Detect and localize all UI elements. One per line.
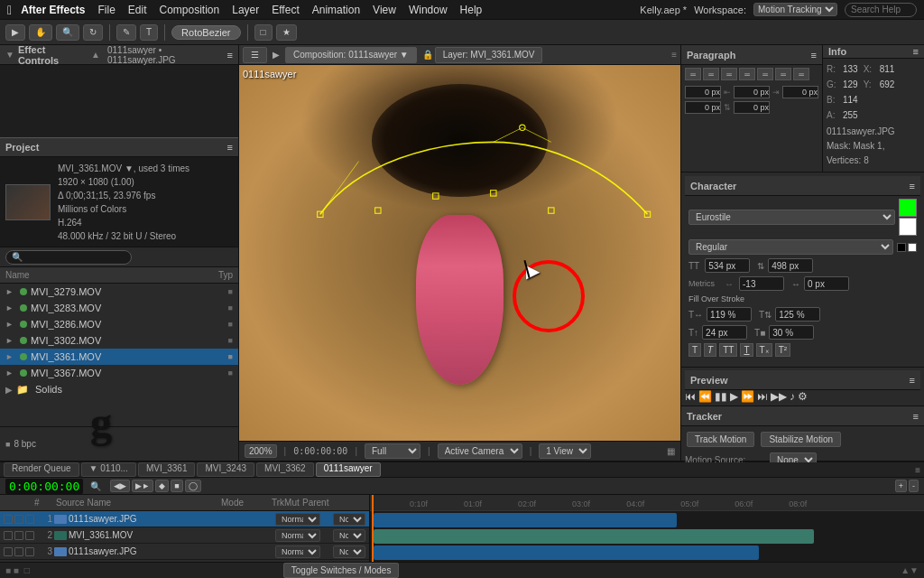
preview-menu[interactable]: ≡ <box>910 375 915 386</box>
tt-btn[interactable]: TT <box>719 343 737 357</box>
track-bar-2[interactable] <box>374 529 814 544</box>
preview-audio-btn[interactable]: ♪ <box>790 390 795 403</box>
playhead[interactable] <box>372 495 374 562</box>
stabilize-motion-btn[interactable]: Stabilize Motion <box>761 432 841 447</box>
comp-0110-tab[interactable]: ▼ 0110... <box>81 462 136 477</box>
layer-visibility-2[interactable] <box>4 531 13 540</box>
file-item-mvi3302[interactable]: ► MVI_3302.MOV ■ <box>0 332 238 349</box>
no-fill-swatch[interactable] <box>897 243 906 252</box>
scale-v-input[interactable] <box>775 307 820 322</box>
align-right-btn[interactable]: ═ <box>721 68 737 80</box>
info-menu[interactable]: ≡ <box>913 46 919 57</box>
0111sawyer-tab[interactable]: 0111sawyer <box>316 462 381 477</box>
tool-zoom[interactable]: 🔍 <box>56 24 79 41</box>
tool-text[interactable]: T <box>140 24 158 41</box>
layer-row-2[interactable]: 2 MVI_3361.MOV Normal None <box>0 527 369 544</box>
font-style-select[interactable]: Regular <box>688 239 893 255</box>
tool-select[interactable]: ▶ <box>5 24 25 41</box>
tool-brush[interactable]: ★ <box>276 24 297 41</box>
layer-mode-1[interactable]: Normal <box>275 513 320 526</box>
file-item-mvi3286[interactable]: ► MVI_3286.MOV ■ <box>0 316 238 332</box>
tl-expand-btn[interactable]: ▲▼ <box>901 565 919 575</box>
tl-btn-3[interactable]: ◆ <box>155 480 169 492</box>
tl-btn-4[interactable]: ■ <box>171 480 182 492</box>
mvi-3362-tab[interactable]: MVI_3362 <box>256 462 314 477</box>
tool-pen[interactable]: ✎ <box>116 24 136 41</box>
layer-solo-1[interactable] <box>25 515 34 524</box>
character-menu[interactable]: ≡ <box>910 181 915 191</box>
preview-play-btn[interactable]: ▶ <box>730 390 738 403</box>
tracking-input[interactable] <box>804 276 849 291</box>
layer-mode-3[interactable]: Normal <box>275 545 320 558</box>
font-size-input[interactable] <box>705 258 750 273</box>
preview-next-btn[interactable]: ⏩ <box>741 390 754 403</box>
comp-tab-composition[interactable]: Composition: 0111sawyer ▼ <box>285 47 417 63</box>
justify-all-btn[interactable]: ═ <box>793 68 809 80</box>
tool-hand[interactable]: ✋ <box>29 24 52 41</box>
align-left-btn[interactable]: ═ <box>685 68 701 80</box>
quality-select[interactable]: FullHalfQuarter <box>365 443 420 459</box>
font-family-select[interactable]: Eurostile <box>688 210 895 225</box>
layer-visibility-1[interactable] <box>4 515 13 524</box>
track-motion-btn[interactable]: Track Motion <box>687 432 754 447</box>
align-center-btn[interactable]: ═ <box>703 68 719 80</box>
justify-left-btn[interactable]: ═ <box>739 68 755 80</box>
layer-row-1[interactable]: 1 0111sawyer.JPG Normal None <box>0 511 369 527</box>
app-name-menu[interactable]: After Effects <box>21 4 85 16</box>
justify-center-btn[interactable]: ═ <box>757 68 773 80</box>
indent-third-input[interactable] <box>782 86 818 98</box>
preview-loop-btn[interactable]: ▶▶ <box>771 390 787 403</box>
file-item-mvi3283[interactable]: ► MVI_3283.MOV ■ <box>0 300 238 316</box>
mvi-3361-tab[interactable]: MVI_3361 <box>138 462 196 477</box>
track-bar-1[interactable] <box>374 513 677 527</box>
timeline-menu[interactable]: ≡ <box>915 465 920 475</box>
layer-row-3[interactable]: 3 0111sawyer.JPG Normal None <box>0 544 369 560</box>
preview-prev-btn[interactable]: ⏪ <box>698 390 712 403</box>
render-queue-tab[interactable]: Render Queue <box>4 462 79 477</box>
tl-btn-5[interactable]: ◯ <box>185 480 201 492</box>
view-menu[interactable]: View <box>373 4 396 16</box>
indent-right-input[interactable] <box>734 86 770 98</box>
stroke-color-swatch[interactable] <box>899 218 917 236</box>
effect-controls-close[interactable]: ▼ <box>5 50 14 60</box>
layer-parent-2[interactable]: None <box>333 529 365 542</box>
italic-btn[interactable]: T <box>704 343 716 357</box>
effect-menu[interactable]: Effect <box>272 4 299 16</box>
camera-select[interactable]: Active Camera <box>438 443 522 459</box>
animation-menu[interactable]: Animation <box>312 4 360 16</box>
scale-h-input[interactable] <box>707 307 752 322</box>
sub-btn[interactable]: Tₓ <box>756 343 772 357</box>
tl-zoom-in[interactable]: + <box>895 480 907 492</box>
preview-stop-btn[interactable]: ▮▮ <box>715 390 727 403</box>
track-bar-3[interactable] <box>374 545 759 560</box>
tracker-menu[interactable]: ≡ <box>913 411 919 422</box>
toggle-switches-btn[interactable]: Toggle Switches / Modes <box>283 563 400 578</box>
help-menu[interactable]: Help <box>460 4 483 16</box>
effect-controls-menu-icon[interactable]: ≡ <box>227 50 233 61</box>
composition-viewer[interactable]: ▶ 0111sawyer <box>239 65 680 441</box>
comp-panel-menu[interactable]: ≡ <box>671 50 677 60</box>
edit-menu[interactable]: Edit <box>128 4 147 16</box>
file-item-mvi3367[interactable]: ► MVI_3367.MOV ■ <box>0 365 238 381</box>
search-help-input[interactable] <box>845 3 917 17</box>
workspace-select[interactable]: Motion Tracking <box>753 3 837 16</box>
layer-audio-2[interactable] <box>14 531 23 540</box>
underline-btn[interactable]: T <box>740 343 753 357</box>
preview-options-btn[interactable]: ⚙ <box>798 390 808 403</box>
tl-zoom-out[interactable]: - <box>909 480 919 492</box>
baseline-input[interactable] <box>702 325 747 340</box>
composition-menu[interactable]: Composition <box>160 4 220 16</box>
kerning-input[interactable] <box>739 276 784 291</box>
space-after-input[interactable] <box>734 101 770 114</box>
file-item-mvi3361[interactable]: ► MVI_3361.MOV ■ <box>0 349 238 365</box>
tool-rotate[interactable]: ↻ <box>83 24 103 41</box>
file-menu[interactable]: File <box>97 4 115 16</box>
layer-mode-2[interactable]: Normal <box>275 529 320 542</box>
project-search-input[interactable] <box>5 250 132 265</box>
layer-audio-3[interactable] <box>14 547 23 556</box>
tsume-input[interactable] <box>769 325 814 340</box>
project-menu-icon[interactable]: ≡ <box>227 142 233 153</box>
justify-right-btn[interactable]: ═ <box>775 68 791 80</box>
comp-tab-layer[interactable]: Layer: MVI_3361.MOV <box>435 47 543 63</box>
white-swatch[interactable] <box>908 243 917 252</box>
